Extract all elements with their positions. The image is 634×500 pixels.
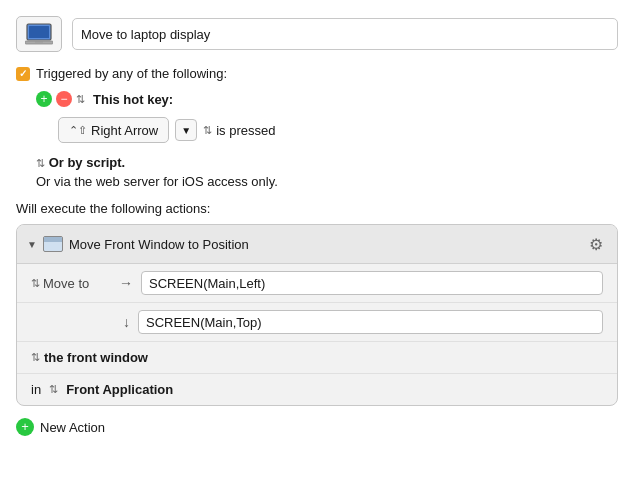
key-dropdown-button[interactable]: ▼ — [175, 119, 197, 141]
header-row — [16, 16, 618, 52]
gear-button[interactable]: ⚙ — [585, 233, 607, 255]
triggered-row: Triggered by any of the following: — [16, 66, 618, 81]
is-pressed-arrows[interactable]: ⇅ — [203, 124, 212, 137]
or-script-label: Or by script. — [49, 155, 126, 170]
key-name: Right Arrow — [91, 123, 158, 138]
remove-hotkey-button[interactable] — [56, 91, 72, 107]
hotkey-updown-arrows[interactable]: ⇅ — [76, 93, 85, 106]
front-app-row: in ⇅ Front Application — [17, 374, 617, 405]
move-to-label: Move to — [43, 276, 89, 291]
ios-label: Or via the web server for iOS access onl… — [36, 174, 278, 189]
hotkey-selector-row: ⌃⇧ Right Arrow ▼ ⇅ is pressed — [58, 117, 618, 143]
add-hotkey-button[interactable] — [36, 91, 52, 107]
front-window-row: ⇅ the front window — [17, 342, 617, 374]
svg-rect-1 — [29, 26, 49, 38]
hotkey-row: ⇅ This hot key: — [36, 91, 618, 107]
dropdown-chevron-icon: ▼ — [181, 125, 191, 136]
hotkey-label: This hot key: — [93, 92, 173, 107]
will-execute-label: Will execute the following actions: — [16, 201, 618, 216]
ios-row: Or via the web server for iOS access onl… — [36, 174, 618, 189]
key-selector-button[interactable]: ⌃⇧ Right Arrow — [58, 117, 169, 143]
script-arrows[interactable]: ⇅ — [36, 157, 45, 169]
new-action-label: New Action — [40, 420, 105, 435]
add-action-button[interactable] — [16, 418, 34, 436]
move-to-arrows[interactable]: ⇅ — [31, 277, 40, 290]
front-app-arrows[interactable]: ⇅ — [49, 383, 58, 396]
down-arrow-icon: ↓ — [123, 314, 130, 330]
right-arrow-icon: → — [119, 275, 133, 291]
or-script-row: ⇅ Or by script. — [36, 155, 618, 170]
collapse-button[interactable]: ▼ — [27, 239, 37, 250]
action-body: ⇅ Move to → ↓ ⇅ the front window in ⇅ Fr… — [17, 264, 617, 405]
screen-x-input[interactable] — [141, 271, 603, 295]
in-label: in — [31, 382, 41, 397]
is-pressed-container: ⇅ is pressed — [203, 123, 275, 138]
screen-y-input[interactable] — [138, 310, 603, 334]
svg-rect-3 — [35, 41, 43, 43]
triggered-label: Triggered by any of the following: — [36, 66, 227, 81]
front-window-label: the front window — [44, 350, 148, 365]
action-title: Move Front Window to Position — [69, 237, 249, 252]
action-box: ▼ Move Front Window to Position ⚙ ⇅ Move… — [16, 224, 618, 406]
new-action-row[interactable]: New Action — [16, 418, 618, 436]
screen-y-row: ↓ — [17, 303, 617, 342]
front-window-arrows[interactable]: ⇅ — [31, 351, 40, 364]
front-app-label: Front Application — [66, 382, 173, 397]
is-pressed-text: is pressed — [216, 123, 275, 138]
title-input[interactable] — [72, 18, 618, 50]
action-header-left: ▼ Move Front Window to Position — [27, 236, 249, 252]
window-icon — [43, 236, 63, 252]
laptop-icon-box — [16, 16, 62, 52]
move-to-label-container: ⇅ Move to — [31, 276, 111, 291]
move-to-row: ⇅ Move to → — [17, 264, 617, 303]
laptop-icon — [25, 23, 53, 45]
action-header: ▼ Move Front Window to Position ⚙ — [17, 225, 617, 264]
ctrl-shift-icon: ⌃⇧ — [69, 124, 87, 137]
triggered-checkbox[interactable] — [16, 67, 30, 81]
